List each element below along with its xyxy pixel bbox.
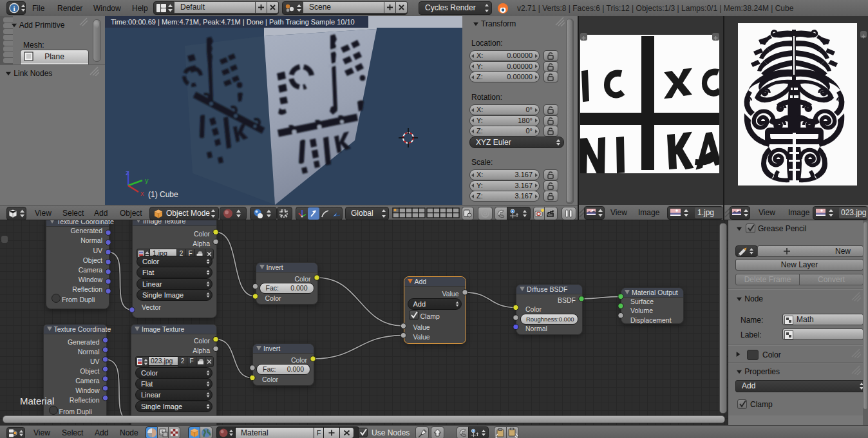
svg-text:x: x	[140, 189, 144, 197]
svg-text:z: z	[126, 169, 129, 176]
svg-text:y: y	[145, 176, 149, 184]
svg-text:i: i	[13, 5, 15, 12]
